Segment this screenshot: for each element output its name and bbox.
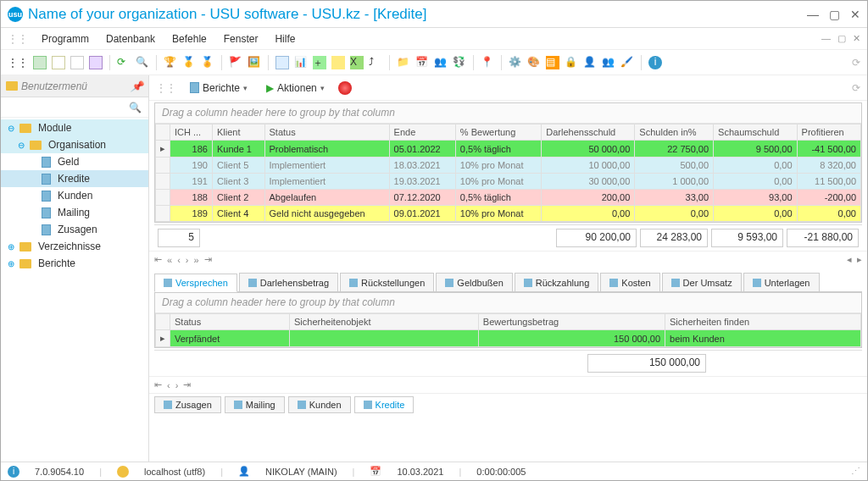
table-icon[interactable] [275, 56, 289, 69]
col-header[interactable]: Schaumschuld [714, 124, 798, 141]
col-header[interactable]: Klient [212, 124, 264, 141]
nav-scroll-left-icon[interactable]: ◂ [847, 254, 852, 265]
nav-next-icon[interactable]: › [186, 255, 189, 265]
col-header[interactable]: Sicherheiten finden [665, 314, 861, 330]
menu-programm[interactable]: Programm [35, 30, 96, 47]
nav-last-icon[interactable]: ⇥ [204, 254, 212, 265]
palette-icon[interactable]: 🎨 [527, 56, 541, 69]
subtab-geldbußen[interactable]: Geldbußen [436, 273, 512, 291]
group-icon[interactable]: 👥 [602, 56, 615, 69]
table-row[interactable]: 188Client 2Abgelaufen07.12.20200,5% tägl… [156, 190, 861, 206]
menu-fenster[interactable]: Fenster [217, 30, 265, 47]
nav-first-icon[interactable]: ⇤ [154, 254, 162, 265]
subtab-der umsatz[interactable]: Der Umsatz [662, 273, 742, 291]
col-header[interactable]: Status [264, 124, 389, 141]
nav-nextpage-icon[interactable]: » [193, 255, 198, 265]
bottom-tab-kredite[interactable]: Kredite [354, 396, 415, 413]
col-header[interactable]: Darlehensschuld [542, 124, 635, 141]
lock-icon[interactable]: 🔒 [565, 56, 578, 69]
bottom-tab-mailing[interactable]: Mailing [225, 396, 285, 413]
menu-datenbank[interactable]: Datenbank [99, 30, 162, 47]
trophy-icon[interactable]: 🏆 [164, 56, 177, 69]
nav-prevpage-icon[interactable]: « [167, 255, 172, 265]
gear-icon[interactable]: ⚙️ [509, 56, 522, 69]
col-header[interactable]: Profitieren [797, 124, 860, 141]
image-icon[interactable]: 🖼️ [248, 56, 261, 69]
export-icon[interactable]: ⤴ [369, 56, 382, 69]
pin-icon[interactable]: 📌 [131, 80, 143, 92]
flag-icon[interactable]: 🚩 [229, 56, 242, 69]
nav-prev-icon[interactable]: ‹ [177, 255, 181, 265]
col-header[interactable]: Ende [389, 124, 455, 141]
subgrid-group-hint[interactable]: Drag a column header here to group by th… [155, 293, 861, 313]
subtab-versprechen[interactable]: Versprechen [154, 274, 237, 292]
chart-icon[interactable]: 📊 [294, 56, 308, 69]
subtab-unterlagen[interactable]: Unterlagen [743, 273, 820, 291]
status-resize-grip-icon[interactable]: ⋰ [851, 466, 860, 477]
sidebar-item-zusagen[interactable]: Zusagen [1, 221, 148, 238]
folder-icon[interactable]: 📁 [397, 56, 410, 69]
expander-icon[interactable]: ⊖ [18, 141, 26, 150]
minimize-button[interactable]: — [807, 8, 819, 21]
open-icon[interactable] [52, 56, 65, 69]
subnav-first-icon[interactable]: ⇤ [154, 379, 162, 390]
bottom-tab-kunden[interactable]: Kunden [288, 396, 351, 413]
col-header[interactable]: Schulden in% [635, 124, 714, 141]
close-button[interactable]: ✕ [850, 8, 860, 21]
rss-icon[interactable]: ▤ [546, 56, 559, 69]
stop-icon[interactable] [338, 81, 352, 95]
col-header[interactable]: Status [170, 314, 290, 330]
expander-icon[interactable]: ⊖ [8, 124, 16, 133]
table-row[interactable]: 191Client 3Implementiert19.03.202110% pr… [156, 174, 861, 190]
expander-icon[interactable]: ⊕ [8, 242, 16, 252]
search-icon[interactable]: 🔍 [136, 56, 149, 69]
menu-befehle[interactable]: Befehle [165, 30, 214, 47]
toolbar-overflow-icon[interactable]: ⟳ [852, 57, 860, 69]
col-header[interactable]: ICH ... [170, 124, 213, 141]
subnav-next-icon[interactable]: › [175, 380, 179, 390]
excel-icon[interactable]: X [350, 56, 364, 69]
info-icon[interactable]: i [648, 56, 662, 69]
subnav-last-icon[interactable]: ⇥ [183, 379, 191, 390]
location-icon[interactable]: 📍 [481, 56, 494, 69]
subtab-rückstellungen[interactable]: Rückstellungen [340, 273, 434, 291]
menu-hilfe[interactable]: Hilfe [268, 30, 302, 47]
subtab-kosten[interactable]: Kosten [600, 273, 659, 291]
sidebar-item-kunden[interactable]: Kunden [1, 187, 148, 204]
aktionen-button[interactable]: ▶ Aktionen▾ [261, 80, 330, 96]
table-row[interactable]: ▸186Kunde 1Problematisch05.01.20220,5% t… [156, 141, 861, 158]
users-icon[interactable]: 👥 [434, 56, 448, 69]
subtab-darlehensbetrag[interactable]: Darlehensbetrag [239, 273, 338, 291]
sidebar-item-berichte[interactable]: ⊕Berichte [1, 255, 148, 272]
table-row[interactable]: 189Client 4Geld nicht ausgegeben09.01.20… [156, 206, 861, 222]
main-grid[interactable]: ICH ...KlientStatusEnde% BewertungDarleh… [155, 124, 861, 222]
actionbar-overflow-icon[interactable]: ⟳ [852, 82, 860, 94]
refresh-icon[interactable]: ⟳ [117, 56, 131, 69]
col-header[interactable]: Sicherheitenobjekt [289, 314, 478, 330]
group-hint[interactable]: Drag a column header here to group by th… [155, 103, 861, 124]
medal-icon[interactable]: 🏅 [201, 56, 214, 69]
mdi-minimize-button[interactable]: — [821, 33, 831, 44]
award-icon[interactable]: 🥇 [182, 56, 196, 69]
bottom-tab-zusagen[interactable]: Zusagen [154, 396, 221, 413]
note-icon[interactable] [331, 56, 345, 69]
sidebar-item-organisation[interactable]: ⊖Organisation [1, 136, 148, 153]
sidebar-item-verzeichnisse[interactable]: ⊕Verzeichnisse [1, 238, 148, 255]
brush-icon[interactable]: 🖌️ [620, 56, 634, 69]
calendar-icon[interactable]: 📅 [415, 56, 429, 69]
col-header[interactable]: Bewertungsbetrag [478, 314, 665, 330]
col-header[interactable]: % Bewertung [455, 124, 541, 141]
sidebar-item-mailing[interactable]: Mailing [1, 204, 148, 221]
sidebar-item-module[interactable]: ⊖Module [1, 119, 148, 136]
maximize-button[interactable]: ▢ [829, 8, 840, 21]
sub-grid[interactable]: StatusSicherheitenobjektBewertungsbetrag… [155, 313, 861, 347]
currency-icon[interactable]: 💱 [453, 56, 466, 69]
table-row[interactable]: 190Client 5Implementiert18.03.202110% pr… [156, 158, 861, 174]
edit-icon[interactable] [70, 56, 84, 69]
save-icon[interactable] [89, 56, 103, 69]
mdi-restore-button[interactable]: ▢ [837, 33, 846, 44]
subnav-prev-icon[interactable]: ‹ [167, 380, 170, 390]
add-row-icon[interactable]: ＋ [313, 56, 326, 69]
table-row[interactable]: ▸Verpfändet150 000,00beim Kunden [156, 330, 861, 347]
sidebar-search-icon[interactable]: 🔍 [129, 102, 142, 113]
